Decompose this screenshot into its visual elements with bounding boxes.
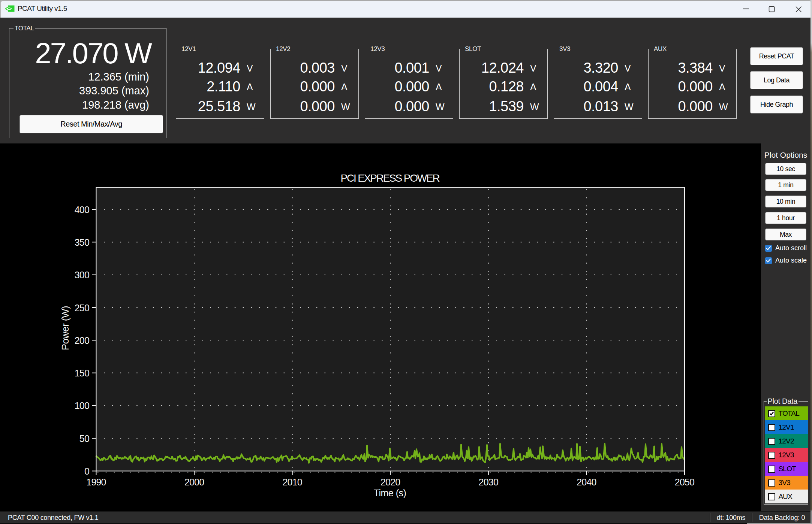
- svg-text:250: 250: [75, 303, 89, 313]
- svg-text:150: 150: [75, 368, 89, 378]
- svg-text:Power (W): Power (W): [60, 306, 71, 350]
- svg-text:300: 300: [75, 270, 89, 280]
- svg-text:50: 50: [79, 433, 89, 444]
- svg-text:2000: 2000: [184, 477, 204, 487]
- svg-text:400: 400: [75, 205, 89, 215]
- svg-text:0: 0: [84, 466, 89, 476]
- svg-text:350: 350: [75, 237, 89, 248]
- svg-text:200: 200: [75, 335, 89, 346]
- svg-text:2010: 2010: [282, 477, 302, 487]
- svg-text:2050: 2050: [675, 477, 694, 487]
- svg-text:PCI EXPRESS POWER: PCI EXPRESS POWER: [341, 172, 440, 184]
- svg-text:2020: 2020: [381, 477, 400, 487]
- svg-text:2030: 2030: [479, 477, 498, 487]
- svg-text:100: 100: [75, 400, 89, 411]
- svg-text:1990: 1990: [86, 477, 106, 487]
- svg-text:2040: 2040: [577, 477, 596, 487]
- svg-text:Time (s): Time (s): [374, 488, 406, 498]
